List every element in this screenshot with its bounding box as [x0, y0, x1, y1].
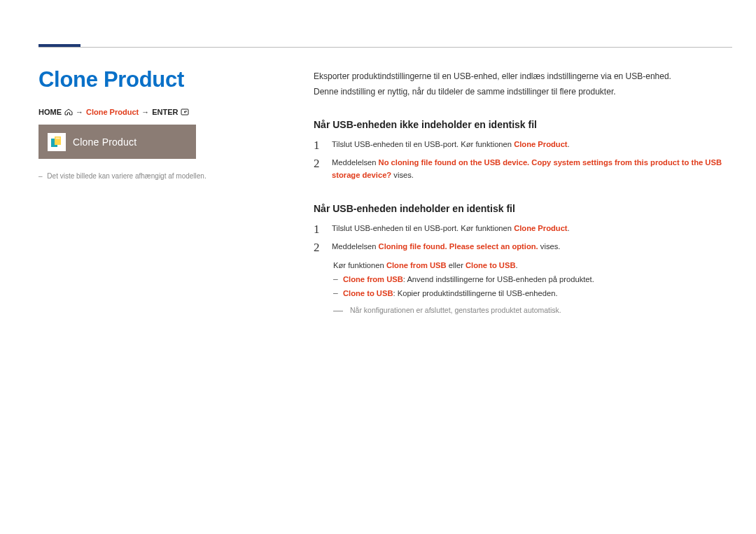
section1-step1: 1 Tilslut USB-enheden til en USB-port. K… [314, 139, 731, 153]
text: Meddelelsen [332, 158, 379, 167]
breadcrumb-home: HOME [38, 108, 62, 116]
section2-detail: Kør funktionen Clone from USB eller Clon… [333, 260, 731, 316]
option-clone-from-usb: Clone from USB: Anvend indstillingerne f… [333, 274, 731, 286]
accent-text: No cloning file found on the USB device.… [332, 158, 722, 179]
text: Tilslut USB-enheden til en USB-port. Kør… [332, 140, 514, 148]
intro-line-2: Denne indstilling er nyttig, når du tild… [314, 85, 731, 99]
step-number: 1 [314, 223, 322, 237]
step-body: Meddelelsen Cloning file found. Please s… [332, 241, 731, 253]
accent-text: Clone Product [514, 224, 567, 232]
accent-text: Clone to USB [465, 261, 515, 269]
page-title: Clone Product [38, 67, 184, 92]
accent-text: Clone to USB [343, 289, 393, 297]
option-clone-to-usb: Clone to USB: Kopier produktindstillinge… [333, 288, 731, 300]
step-number: 2 [314, 241, 322, 255]
preview-label: Clone Product [73, 136, 136, 148]
accent-text: Cloning file found. Please select an opt… [379, 242, 538, 251]
text: . [568, 224, 570, 232]
top-rule [38, 47, 732, 48]
section1-heading: Når USB-enheden ikke indeholder en ident… [314, 118, 731, 133]
accent-text: Clone Product [514, 140, 567, 148]
text: eller [447, 261, 465, 269]
auto-restart-note: Når konfigurationen er afsluttet, gensta… [333, 304, 731, 316]
run-line: Kør funktionen Clone from USB eller Clon… [333, 260, 731, 272]
home-icon [64, 108, 73, 116]
step-number: 2 [314, 157, 322, 171]
breadcrumb-item: Clone Product [86, 108, 139, 116]
text: . [516, 261, 518, 269]
step-body: Meddelelsen No cloning file found on the… [332, 157, 731, 182]
text: . [568, 140, 570, 148]
preview-box: Clone Product [38, 125, 196, 159]
image-footnote: – Det viste billede kan variere afhængig… [38, 172, 206, 180]
text: : Kopier produktindstillingerne til USB-… [393, 289, 557, 297]
accent-text: Clone from USB [343, 275, 403, 283]
breadcrumb: HOME → Clone Product → ENTER [38, 108, 190, 116]
footnote-text: Det viste billede kan variere afhængigt … [47, 172, 206, 180]
step-number: 1 [314, 139, 322, 153]
text: vises. [391, 171, 414, 179]
text: Tilslut USB-enheden til en USB-port. Kør… [332, 224, 514, 232]
step-body: Tilslut USB-enheden til en USB-port. Kør… [332, 139, 731, 151]
section2-step1: 1 Tilslut USB-enheden til en USB-port. K… [314, 223, 731, 237]
intro-block: Eksporter produktindstillingerne til en … [314, 70, 731, 98]
text: : Anvend indstillingerne for USB-enheden… [403, 275, 594, 283]
section2-heading: Når USB-enheden indeholder en identisk f… [314, 202, 731, 217]
section1-step2: 2 Meddelelsen No cloning file found on t… [314, 157, 731, 182]
breadcrumb-enter: ENTER [152, 108, 178, 116]
text: Meddelelsen [332, 242, 379, 251]
accent-text: Clone from USB [386, 261, 447, 269]
text: Kør funktionen [333, 261, 386, 269]
arrow1: → [76, 108, 83, 116]
enter-icon [181, 108, 190, 116]
intro-line-1: Eksporter produktindstillingerne til en … [314, 70, 731, 83]
svg-rect-3 [56, 137, 60, 139]
arrow2: → [141, 108, 149, 116]
section2-step2: 2 Meddelelsen Cloning file found. Please… [314, 241, 731, 255]
main-content: Eksporter produktindstillingerne til en … [314, 70, 731, 316]
step-body: Tilslut USB-enheden til en USB-port. Kør… [332, 223, 731, 235]
clone-product-icon [48, 133, 66, 151]
text: vises. [538, 242, 561, 251]
